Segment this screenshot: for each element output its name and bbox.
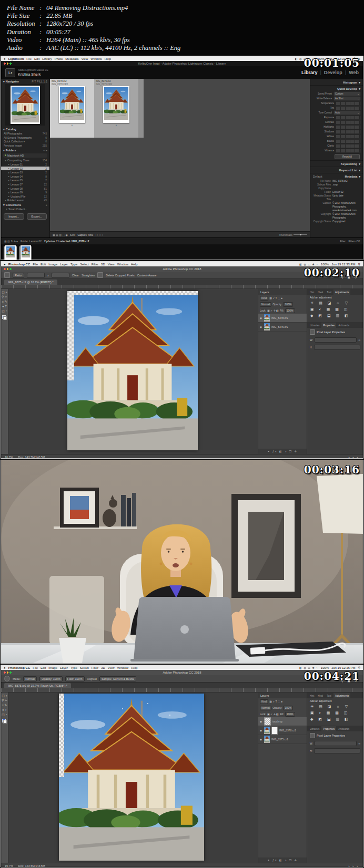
tab-libraries[interactable]: Libraries (308, 323, 321, 328)
layers-footer-icons[interactable]: ⚭ ƒ× ◧ ◑ ❐ ✛ (258, 857, 307, 863)
adjustment-icons-row[interactable]: ☀ ▤ ◪ ☼ ▽ (307, 704, 363, 710)
height-field[interactable] (314, 748, 360, 753)
contrast-stepper[interactable] (336, 120, 361, 125)
clear-button[interactable]: Clear (72, 274, 79, 277)
menu-item-edit[interactable]: Edit (41, 666, 46, 669)
catalog-item[interactable]: All Synced Photographs0 (1, 136, 49, 140)
adjustment-icons-row[interactable]: ▣ ◐ ▦ ▩ ◫ (307, 710, 363, 716)
filter-type-icons[interactable]: ◨ ✓ T ⬚ ● (269, 296, 282, 299)
aligned-checkbox[interactable]: Aligned (87, 677, 97, 680)
view-mode-icons[interactable]: ▦ ▤ ▥ ⬚ ◉ (53, 233, 68, 236)
overlay-options-icon[interactable] (97, 272, 103, 278)
menu-item-edit[interactable]: Edit (41, 263, 46, 266)
visibility-eye-icon[interactable]: ◉ (260, 729, 262, 732)
import-button[interactable]: Import... (4, 213, 24, 220)
canvas[interactable] (8, 289, 258, 454)
visibility-eye-icon[interactable]: ◉ (260, 738, 262, 741)
menu-item-type[interactable]: Type (70, 666, 77, 669)
metadata-value[interactable]: IMG_8378.cr2 (332, 179, 360, 183)
tint-stepper[interactable] (336, 106, 361, 110)
menu-item-file[interactable]: File (26, 57, 32, 60)
sort-value[interactable]: Capture Time (77, 233, 93, 236)
crop-tool-icon[interactable] (4, 272, 10, 278)
menu-item-layer[interactable]: Layer (60, 263, 68, 266)
color-swatches[interactable] (2, 315, 7, 320)
folder-item-selected[interactable]: ▸Lesson 022 (1, 167, 49, 171)
folder-item[interactable]: ▸Lesson 0881 (1, 187, 49, 191)
opacity-value[interactable]: 100% (283, 302, 293, 307)
zoom-level[interactable]: 16.7% (5, 456, 13, 459)
menu-item-type[interactable]: Type (70, 263, 77, 266)
layer-name[interactable]: IMG_8378.cr2 (279, 729, 296, 732)
visibility-eye-icon[interactable]: ◉ (260, 326, 262, 328)
layer-name[interactable]: IMG_8375.cr2 (271, 325, 288, 328)
layer-name[interactable]: IMG_8375.cr2 (271, 738, 288, 741)
tab-libraries[interactable]: Libraries (308, 727, 321, 731)
visibility-eye-icon[interactable]: ◉ (260, 317, 262, 319)
spotlight-icon[interactable]: ⚲ (358, 666, 360, 669)
apple-menu-icon[interactable]: ● (4, 263, 6, 266)
grid-cell-flag[interactable]: • (96, 123, 137, 127)
filmstrip-nav-icons[interactable]: ▦ ▤ ⇅ ✛ ▸ (4, 240, 18, 243)
delete-cropped-pixels-checkbox[interactable]: Delete Cropped Pixels (106, 274, 135, 277)
volume-browser[interactable]: Macintosh HD (3, 153, 47, 158)
tab-histogram[interactable]: Hist (308, 290, 316, 295)
collections-header[interactable]: ▾Collections+ (1, 202, 49, 207)
metadata-value[interactable]: Lesson 02 (332, 190, 360, 194)
folders-header[interactable]: ▾Folders− + (1, 148, 49, 152)
crop-preset-select[interactable]: Ratio (13, 273, 24, 278)
adjustment-icons-row[interactable]: ☀ ▤ ◪ ☼ ▽ (307, 300, 363, 306)
menu-item-view[interactable]: View (108, 666, 115, 669)
menu-item-photo[interactable]: Photo (55, 57, 63, 60)
folder-item[interactable]: ▸Lesson 052 (1, 179, 49, 183)
spotlight-icon[interactable]: ⚲ (358, 262, 360, 266)
grid-cell-flag[interactable]: • (52, 123, 93, 127)
clarity-stepper[interactable] (336, 144, 361, 148)
tab-tool[interactable]: Tool (325, 290, 333, 295)
tab-properties[interactable]: Properties (321, 323, 336, 328)
tab-healing[interactable]: Heal (316, 290, 325, 295)
folder-item[interactable]: ▸Lesson 032 (1, 170, 49, 174)
quick-develop-header[interactable]: Quick Develop▾ (310, 85, 363, 91)
menu-item-image[interactable]: Image (48, 666, 57, 669)
blacks-stepper[interactable] (336, 139, 361, 143)
lock-icons[interactable]: ▣ ✓ ✛ ◧ (267, 712, 279, 716)
temperature-stepper[interactable] (336, 101, 361, 106)
saved-preset-select[interactable]: Custom⌄ (333, 91, 361, 96)
filter-type-icons[interactable]: ◨ ✓ T ⬚ ● (269, 700, 282, 703)
blend-mode-select[interactable]: Normal (260, 302, 271, 307)
catalog-item[interactable]: Quick Collection +0 (1, 139, 49, 143)
tab-tool[interactable]: Tool (325, 694, 333, 698)
menu-item-file[interactable]: File (33, 263, 38, 266)
menu-item-lightroom[interactable]: Lightroom (8, 57, 24, 60)
width-field[interactable] (315, 337, 357, 343)
tools-panel[interactable]: ▢ ⌖ ⚲ ✂ ⌗ ✎ ● T ◰ ◔ (1, 693, 8, 863)
canvas[interactable] (8, 693, 258, 863)
adjustment-icons-row[interactable]: ◆ ◩ ⬓ ▥ ◧ (307, 313, 363, 319)
height-field[interactable] (314, 345, 360, 350)
layer-row[interactable]: ◉IMG_8375.cr2 (258, 323, 307, 332)
layers-panel-header[interactable]: Layers (258, 693, 307, 698)
histogram-header[interactable]: Histogram▾ (310, 79, 363, 85)
layer-name[interactable]: touch up (272, 720, 282, 723)
menu-item-filter[interactable]: Filter (92, 263, 98, 266)
layer-row[interactable]: ◉IMG_8375.cr2 (258, 735, 307, 744)
folder-item[interactable]: ▸Lesson 099 (1, 190, 49, 194)
module-develop[interactable]: Develop (324, 70, 342, 75)
menubar-clock[interactable]: Jun 19 12:33 PM (331, 263, 355, 266)
highlights-stepper[interactable] (336, 125, 361, 129)
folder-item[interactable]: ▸Lesson 012 (1, 162, 49, 167)
kind-filter-select[interactable]: Kind (260, 699, 268, 704)
fill-value[interactable]: 100% (285, 712, 295, 717)
layer-thumbnail-transparent[interactable] (264, 717, 271, 726)
workspace-icons[interactable]: ⚲ ▣ ↺ (341, 679, 359, 683)
menu-item-help[interactable]: Help (131, 263, 137, 266)
tone-control-select[interactable]: Auto⌄ (333, 110, 361, 115)
menu-item-metadata[interactable]: Metadata (65, 57, 78, 60)
menu-item-image[interactable]: Image (48, 263, 57, 266)
lock-icons[interactable]: ▣ ✓ ✛ ◧ (267, 309, 279, 312)
color-swatches[interactable] (2, 719, 7, 724)
menubar-clock[interactable]: Jun 19 12:36 PM (331, 666, 355, 669)
status-bar-icons[interactable]: ▸ ▸ ▸ (349, 456, 359, 459)
layer-row-selected[interactable]: ◉IMG_8378.cr2 (258, 314, 307, 323)
